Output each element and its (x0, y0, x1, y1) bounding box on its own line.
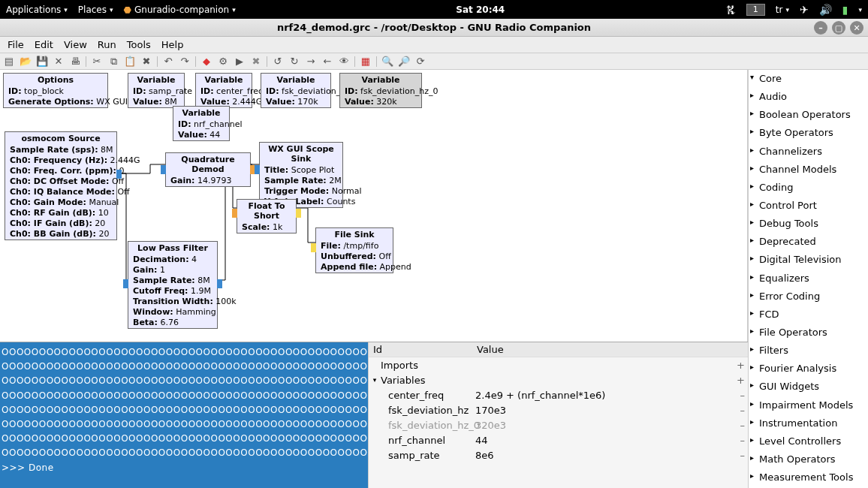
copy-icon[interactable]: ⧉ (107, 56, 119, 68)
execute-icon[interactable]: ▶ (234, 56, 246, 68)
zoom-out-icon[interactable]: 🔎 (398, 56, 410, 68)
block-f2s[interactable]: Float To ShortScale: 1k (237, 199, 297, 233)
tree-node[interactable]: Level Controllers (749, 432, 868, 450)
save-icon[interactable]: 💾 (36, 56, 48, 68)
workspace-indicator[interactable]: 1 (746, 4, 765, 16)
block-var_samp[interactable]: VariableID: samp_rateValue: 8M (128, 73, 185, 108)
menu-run[interactable]: Run (93, 38, 121, 52)
remove-var-icon[interactable]: – (740, 390, 746, 401)
tree-node[interactable]: Coding (749, 179, 868, 197)
tree-node[interactable]: Audio (749, 88, 868, 106)
tree-node[interactable]: Channel Models (749, 161, 868, 179)
tree-node[interactable]: Equalizers (749, 270, 868, 288)
print-icon[interactable]: 🖶 (69, 56, 81, 68)
block-var_center[interactable]: VariableID: center_freqValue: 2.444G (195, 73, 252, 108)
tree-node[interactable]: Debug Tools (749, 215, 868, 233)
vars-imports-row[interactable]: Imports+ (369, 357, 748, 372)
tree-node[interactable]: Core (749, 70, 868, 88)
tree-node[interactable]: Digital Television (749, 251, 868, 269)
menu-app[interactable]: ⬣Gnuradio-companion▾ (124, 5, 236, 15)
block-lpf[interactable]: Low Pass FilterDecimation: 4Gain: 1Sampl… (128, 241, 218, 329)
menu-applications[interactable]: Applications▾ (6, 5, 68, 15)
port[interactable] (296, 209, 301, 218)
enable-icon[interactable]: → (305, 56, 317, 68)
variable-row[interactable]: center_freq2.4e9 + (nrf_channel*1e6)– (369, 387, 748, 402)
tree-node[interactable]: Measurement Tools (749, 468, 868, 486)
tree-node[interactable]: GUI Widgets (749, 378, 868, 396)
volume-icon[interactable]: 🔊 (819, 4, 832, 16)
tree-node[interactable]: Deprecated (749, 233, 868, 251)
disable-icon[interactable]: ← (321, 56, 333, 68)
add-import-icon[interactable]: + (737, 360, 745, 371)
kill-icon[interactable]: ✖ (250, 56, 262, 68)
port[interactable] (232, 209, 237, 218)
port[interactable] (161, 165, 166, 174)
close-icon[interactable]: ✕ (53, 56, 65, 68)
port[interactable] (123, 279, 128, 288)
port[interactable] (311, 243, 316, 252)
block-tree[interactable]: CoreAudioBoolean OperatorsByte Operators… (748, 70, 868, 488)
variable-row[interactable]: nrf_channel44– (369, 432, 748, 447)
cut-icon[interactable]: ✂ (91, 56, 103, 68)
rotate-right-icon[interactable]: ↻ (288, 56, 300, 68)
add-variable-icon[interactable]: + (737, 375, 745, 386)
remove-var-icon[interactable]: – (740, 450, 746, 461)
menu-help[interactable]: Help (157, 38, 188, 52)
keyboard-layout[interactable]: tr▾ (776, 5, 789, 15)
open-icon[interactable]: 📂 (20, 56, 32, 68)
menu-file[interactable]: File (3, 38, 29, 52)
zoom-in-icon[interactable]: 🔍 (381, 56, 393, 68)
tree-node[interactable]: Control Port (749, 197, 868, 215)
record-icon[interactable]: ⛕ (725, 4, 736, 16)
block-var_fskdev[interactable]: VariableID: fsk_deviation_hzValue: 170k (261, 73, 331, 108)
tree-node[interactable]: Filters (749, 342, 868, 360)
tree-node[interactable]: Impairment Models (749, 396, 868, 414)
maximize-button[interactable]: ▢ (832, 21, 845, 35)
reload-icon[interactable]: ⟳ (414, 56, 426, 68)
block-options[interactable]: OptionsID: top_blockGenerate Options: WX… (3, 73, 108, 108)
variable-row[interactable]: samp_rate8e6– (369, 447, 748, 462)
menu-edit[interactable]: Edit (30, 38, 58, 52)
block-var_chan[interactable]: VariableID: nrf_channelValue: 44 (173, 106, 230, 141)
delete-icon[interactable]: ✖ (140, 56, 152, 68)
console-pane[interactable]: OOOOOOOOOOOOOOOOOOOOOOOOOOOOOOOOOOOOOOOO… (0, 342, 368, 488)
port[interactable] (217, 279, 222, 288)
tree-node[interactable]: Fourier Analysis (749, 360, 868, 378)
block-fsink[interactable]: File SinkFile: /tmp/fifoUnbuffered: OffA… (315, 227, 393, 273)
variables-pane[interactable]: Id Value Imports+ ▾Variables+ center_fre… (368, 342, 748, 488)
variable-row[interactable]: fsk_deviation_hz_0320e3– (369, 417, 748, 432)
tree-node[interactable]: Byte Operators (749, 124, 868, 142)
rotate-left-icon[interactable]: ↺ (272, 56, 284, 68)
tree-node[interactable]: Instrumentation (749, 414, 868, 432)
block-var_fskdev0[interactable]: VariableID: fsk_deviation_hz_0Value: 320… (339, 73, 422, 108)
tree-node[interactable]: FCD (749, 306, 868, 324)
tree-node[interactable]: Channelizers (749, 143, 868, 161)
port[interactable] (116, 170, 122, 179)
undo-icon[interactable]: ↶ (162, 56, 174, 68)
find-icon[interactable]: ▦ (360, 56, 372, 68)
hide-icon[interactable]: 👁 (338, 56, 350, 68)
minimize-button[interactable]: – (814, 21, 827, 35)
variable-row[interactable]: fsk_deviation_hz170e3– (369, 402, 748, 417)
paste-icon[interactable]: 📋 (124, 56, 136, 68)
port[interactable] (255, 165, 260, 174)
vars-variables-row[interactable]: ▾Variables+ (369, 372, 748, 387)
tree-node[interactable]: Error Coding (749, 288, 868, 306)
remove-var-icon[interactable]: – (740, 435, 746, 446)
airplane-icon[interactable]: ✈ (800, 4, 809, 16)
tree-node[interactable]: Math Operators (749, 450, 868, 468)
block-osmo[interactable]: osmocom SourceSample Rate (sps): 8MCh0: … (5, 131, 117, 240)
tree-node[interactable]: Boolean Operators (749, 106, 868, 124)
generate-icon[interactable]: ⚙ (217, 56, 229, 68)
tree-node[interactable]: File Operators (749, 324, 868, 342)
flowgraph-canvas[interactable]: OptionsID: top_blockGenerate Options: WX… (0, 70, 748, 342)
battery-icon[interactable]: ▮ (842, 4, 848, 16)
new-icon[interactable]: ▤ (3, 56, 15, 68)
block-scope[interactable]: WX GUI Scope SinkTitle: Scope PlotSample… (259, 142, 343, 208)
menu-tools[interactable]: Tools (122, 38, 155, 52)
menu-places[interactable]: Places▾ (78, 5, 113, 15)
remove-var-icon[interactable]: – (740, 405, 746, 416)
errors-icon[interactable]: ◆ (200, 56, 212, 68)
menu-view[interactable]: View (59, 38, 92, 52)
remove-var-icon[interactable]: – (740, 420, 746, 431)
